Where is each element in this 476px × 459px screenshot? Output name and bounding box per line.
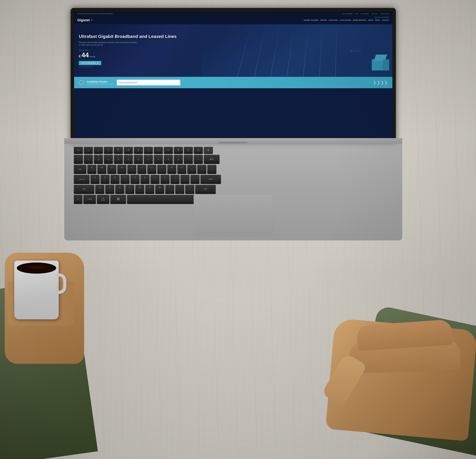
key-a[interactable]: Aฟ bbox=[90, 175, 100, 184]
key-lbracket[interactable]: {[บ bbox=[187, 165, 196, 174]
key-f1[interactable]: ⎋F1 bbox=[84, 147, 93, 154]
key-w[interactable]: Wไ bbox=[97, 165, 106, 174]
key-f11[interactable]: 🔉F11 bbox=[184, 147, 193, 154]
key-i[interactable]: Iร bbox=[157, 165, 166, 174]
key-rbracket[interactable]: }]ล bbox=[197, 165, 206, 174]
key-k[interactable]: Kา bbox=[161, 175, 170, 184]
key-fn[interactable]: fn bbox=[74, 195, 83, 204]
key-option-left[interactable]: altoption bbox=[97, 195, 110, 204]
key-comma[interactable]: <,ม bbox=[165, 185, 174, 194]
key-n[interactable]: Nษ bbox=[145, 185, 154, 194]
key-d[interactable]: Dก bbox=[110, 175, 120, 184]
faqs-link[interactable]: FAQs bbox=[355, 13, 358, 14]
nav-gigabit-voucher[interactable]: GIGABIT VOUCHER bbox=[304, 19, 318, 21]
key-f4[interactable]: 🔍F4 bbox=[114, 147, 123, 154]
nav-locations[interactable]: LOCATIONS bbox=[329, 19, 338, 21]
key-f10[interactable]: 🔇F10 bbox=[174, 147, 183, 154]
key-o[interactable]: Oน bbox=[167, 165, 177, 174]
availability-subtitle: What broadband speeds could you be enjoy… bbox=[86, 83, 114, 85]
price-symbol: £ bbox=[79, 54, 81, 58]
key-f[interactable]: Fด bbox=[120, 175, 130, 184]
key-f2[interactable]: ☼F2 bbox=[94, 147, 103, 154]
website-content: Ultrafast local and national home & busi… bbox=[74, 11, 392, 138]
key-f9[interactable]: ▷▷▷F9 bbox=[164, 147, 173, 154]
key-m[interactable]: Mท bbox=[155, 185, 164, 194]
postcode-input[interactable] bbox=[117, 80, 180, 85]
key-x[interactable]: Xป bbox=[105, 185, 114, 194]
key-j[interactable]: J่ bbox=[150, 175, 160, 184]
nav-news[interactable]: NEWS bbox=[375, 19, 380, 21]
key-1[interactable]: !1ๅ bbox=[84, 155, 93, 164]
logo[interactable]: Giganet ✦ bbox=[77, 18, 93, 22]
key-3[interactable]: #3- bbox=[104, 155, 113, 164]
key-4[interactable]: $4ภ bbox=[114, 155, 123, 164]
key-v[interactable]: Vอ bbox=[125, 185, 134, 194]
key-tilde[interactable]: ~` bbox=[74, 155, 83, 164]
nav-contact[interactable]: CONTACT bbox=[382, 19, 389, 21]
trackpad[interactable] bbox=[194, 194, 273, 236]
key-t[interactable]: Tะ bbox=[127, 165, 136, 174]
key-semicolon[interactable]: :;ว bbox=[180, 175, 190, 184]
key-capslock[interactable]: caps lock bbox=[74, 175, 90, 184]
key-control[interactable]: control bbox=[83, 195, 96, 204]
key-8[interactable]: *8ค bbox=[154, 155, 163, 164]
key-6[interactable]: ^6ุ bbox=[134, 155, 143, 164]
key-backslash[interactable]: |\ฃ bbox=[207, 165, 216, 174]
key-esc[interactable]: esc bbox=[74, 147, 83, 154]
key-shift-right[interactable]: shift bbox=[195, 185, 216, 194]
nav-about[interactable]: ABOUT bbox=[368, 19, 374, 21]
key-f6[interactable]: 🔆F6 bbox=[134, 147, 143, 154]
key-0[interactable]: )0จ bbox=[174, 155, 183, 164]
check-availability-link[interactable]: Check Availability bbox=[343, 13, 352, 14]
arrow-2: ❯ bbox=[377, 80, 380, 85]
key-s[interactable]: Sห bbox=[101, 175, 110, 184]
box-front-face bbox=[372, 59, 383, 70]
key-2[interactable]: @2/ bbox=[94, 155, 103, 164]
m12-link[interactable]: M12 Solutions bbox=[361, 13, 369, 14]
key-f3[interactable]: ⧉F3 bbox=[104, 147, 113, 154]
nav-case-studies[interactable]: CASE STUDIES bbox=[340, 19, 351, 21]
key-minus[interactable]: _-ข bbox=[184, 155, 193, 164]
key-tab[interactable]: tab bbox=[74, 165, 86, 174]
discover-more-button[interactable]: DISCOVER MORE bbox=[79, 61, 101, 65]
key-b[interactable]: Bิ bbox=[135, 185, 144, 194]
key-q[interactable]: Qๆ bbox=[87, 165, 96, 174]
key-7[interactable]: &7ึ bbox=[144, 155, 153, 164]
key-9[interactable]: (9ต bbox=[164, 155, 173, 164]
key-f7[interactable]: ◁◁F7 bbox=[144, 147, 153, 154]
key-power[interactable]: ⏻ bbox=[204, 147, 213, 154]
key-l[interactable]: Lส bbox=[170, 175, 180, 184]
key-g[interactable]: Gเ bbox=[130, 175, 140, 184]
key-e[interactable]: Eำ bbox=[107, 165, 117, 174]
price-display: £ 44 /month bbox=[79, 52, 177, 58]
hero-chevrons: › › › › bbox=[351, 48, 361, 53]
key-f12[interactable]: 🔊F12 bbox=[194, 147, 203, 154]
key-command-left[interactable]: ⌘ bbox=[110, 195, 126, 204]
nav-pricing[interactable]: PRICING bbox=[320, 19, 327, 21]
availability-arrows: ❯ ❯ ❯ ❯ bbox=[373, 80, 388, 85]
nav-more-services[interactable]: MORE SERVICES bbox=[353, 19, 366, 21]
key-f8[interactable]: ▷▷F8 bbox=[154, 147, 163, 154]
key-f5[interactable]: ⌧F5 bbox=[124, 147, 133, 154]
key-equals[interactable]: +=ช bbox=[194, 155, 203, 164]
price-period: /month bbox=[89, 56, 95, 58]
key-quote[interactable]: "'ง bbox=[190, 175, 200, 184]
key-z[interactable]: Zผ bbox=[95, 185, 104, 194]
key-c[interactable]: Cแ bbox=[115, 185, 124, 194]
key-h[interactable]: H้ bbox=[140, 175, 150, 184]
qwerty-row: tab Qๆ Wไ Eำ Rพ Tะ Yั Uี Iร Oน Pย {[บ }]… bbox=[74, 165, 393, 174]
key-slash[interactable]: ?/ฝ bbox=[185, 185, 194, 194]
function-row: esc ⎋F1 ☼F2 ⧉F3 🔍F4 ⌧F5 🔆F6 ◁◁F7 ▷▷F8 ▷▷… bbox=[74, 147, 393, 154]
key-delete[interactable]: delete bbox=[204, 155, 220, 164]
key-u[interactable]: Uี bbox=[147, 165, 156, 174]
key-period[interactable]: >.ใ bbox=[175, 185, 184, 194]
key-r[interactable]: Rพ bbox=[117, 165, 127, 174]
key-p[interactable]: Pย bbox=[177, 165, 187, 174]
help-link[interactable]: Help Centre bbox=[371, 13, 378, 14]
hero-content: Ultrafast Gigabit Broadband and Leased L… bbox=[74, 27, 181, 74]
key-shift-left[interactable]: shift bbox=[74, 185, 94, 194]
key-y[interactable]: Yั bbox=[137, 165, 146, 174]
key-5[interactable]: %5ถ bbox=[124, 155, 133, 164]
network-status-link[interactable]: Network Status bbox=[381, 13, 389, 14]
key-return[interactable]: return bbox=[200, 175, 221, 184]
